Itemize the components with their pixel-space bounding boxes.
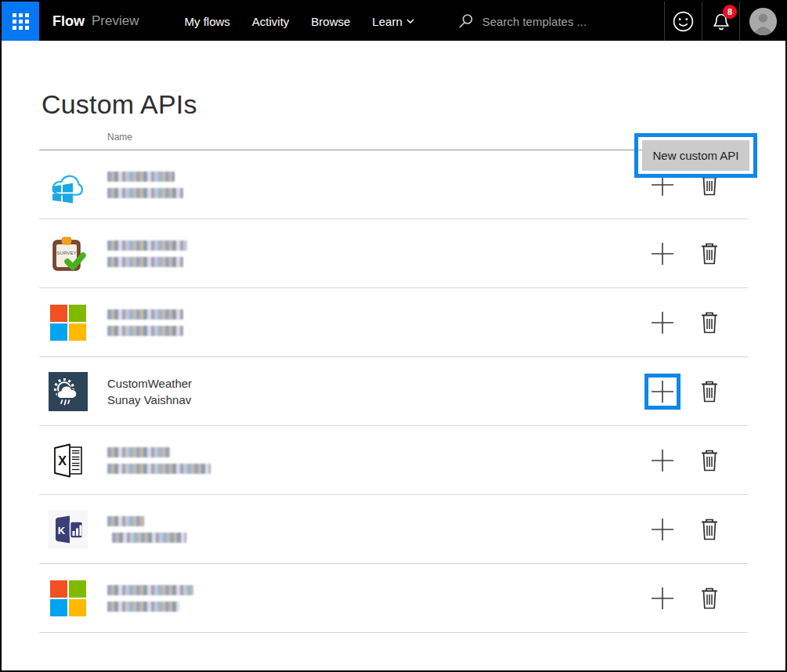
delete-api-button[interactable] [699, 449, 720, 472]
delete-api-button[interactable] [699, 242, 720, 266]
add-api-button[interactable] [651, 311, 674, 334]
delete-api-button[interactable] [699, 587, 720, 610]
survey-clipboard-icon: SURVEY [49, 234, 88, 273]
plus-icon [651, 518, 674, 541]
brand-preview-label: Preview [92, 13, 139, 29]
api-author-redacted [107, 188, 183, 198]
add-api-button[interactable] [651, 518, 674, 541]
svg-text:X: X [58, 454, 67, 468]
api-name-redacted [107, 172, 175, 182]
trash-icon [699, 449, 720, 472]
brand-name: Flow [52, 13, 85, 30]
add-wrap [644, 511, 681, 547]
nav-learn[interactable]: Learn [372, 15, 413, 28]
avatar-icon [749, 7, 778, 36]
row-actions [644, 511, 720, 547]
brand: Flow Preview [52, 2, 139, 41]
search-icon [458, 13, 474, 29]
app-window: Flow Preview My flows Activity Browse Le… [0, 0, 787, 672]
api-name-redacted [107, 516, 144, 526]
add-api-button[interactable] [651, 587, 674, 610]
azure-cloud-icon [49, 165, 88, 204]
custom-api-row: K [39, 495, 748, 564]
api-text [107, 240, 187, 267]
trash-icon [699, 587, 720, 610]
svg-text:SURVEY: SURVEY [56, 250, 76, 255]
api-author-redacted [107, 326, 183, 336]
feedback-smiley-button[interactable] [665, 2, 702, 41]
notification-badge: 8 [723, 5, 737, 19]
chevron-down-icon [406, 19, 414, 23]
plus-icon [651, 311, 674, 334]
microsoft-logo-icon [49, 303, 88, 342]
nav-activity[interactable]: Activity [252, 15, 290, 28]
custom-api-row [39, 288, 748, 357]
row-actions [644, 374, 720, 410]
topbar-icons: 8 [664, 2, 785, 41]
add-wrap [644, 443, 681, 479]
api-name-redacted [107, 585, 193, 595]
kusto-icon: K [49, 510, 88, 549]
smiley-icon [672, 10, 695, 33]
api-author-redacted [107, 464, 211, 474]
page-title: Custom APIs [42, 89, 785, 120]
svg-text:K: K [58, 524, 66, 536]
add-wrap [644, 580, 681, 616]
plus-icon [651, 449, 674, 472]
nav-browse[interactable]: Browse [311, 15, 350, 28]
row-actions [644, 443, 720, 479]
api-name: CustomWeather [107, 375, 192, 392]
custom-api-row: CustomWeatherSunay Vaishnav [39, 357, 748, 426]
template-search [458, 2, 664, 41]
custom-api-list: SURVEYCustomWeatherSunay VaishnavXK [39, 150, 748, 633]
add-api-button[interactable] [651, 242, 674, 266]
trash-icon [699, 380, 720, 403]
custom-api-row: X [39, 426, 748, 495]
api-author: Sunay Vaishnav [107, 392, 192, 408]
new-custom-api-button[interactable]: New custom API [642, 140, 749, 171]
main-content: Custom APIs New custom API Name SURVEYCu… [2, 89, 785, 633]
api-text [107, 309, 183, 336]
api-text [107, 516, 186, 543]
row-actions [644, 305, 720, 341]
api-text [107, 585, 193, 612]
api-text: CustomWeatherSunay Vaishnav [107, 375, 192, 408]
microsoft-logo-icon [49, 579, 88, 618]
trash-icon [699, 242, 720, 266]
plus-icon [651, 587, 674, 610]
add-wrap [644, 305, 681, 341]
nav-learn-label: Learn [372, 15, 402, 28]
api-name-redacted [107, 447, 170, 457]
notifications-button[interactable]: 8 [702, 2, 739, 41]
add-api-button[interactable] [651, 380, 674, 403]
delete-api-button[interactable] [699, 311, 720, 334]
nav-my-flows[interactable]: My flows [184, 15, 229, 28]
trash-icon [699, 518, 720, 541]
api-text [107, 172, 183, 198]
add-api-button[interactable] [651, 449, 674, 472]
topbar: Flow Preview My flows Activity Browse Le… [2, 2, 785, 41]
add-wrap [644, 236, 681, 272]
plus-icon [651, 380, 674, 403]
row-actions [644, 580, 720, 616]
delete-api-button[interactable] [699, 518, 720, 541]
highlight-annotation: New custom API [634, 133, 757, 178]
api-author-redacted [107, 257, 183, 267]
account-button[interactable] [740, 2, 785, 41]
top-nav: My flows Activity Browse Learn [184, 2, 413, 41]
api-author-redacted [112, 533, 186, 543]
api-author-redacted [107, 602, 179, 612]
custom-api-row [39, 564, 748, 633]
api-name-redacted [107, 309, 183, 320]
weather-icon [49, 372, 88, 411]
trash-icon [699, 311, 720, 334]
waffle-icon[interactable] [2, 2, 39, 41]
search-input[interactable] [482, 15, 662, 28]
custom-api-row: SURVEY [39, 219, 748, 288]
api-name-redacted [107, 240, 187, 251]
api-text [107, 447, 211, 474]
delete-api-button[interactable] [699, 380, 720, 403]
excel-icon: X [49, 441, 88, 480]
plus-icon [651, 242, 674, 266]
highlight-annotation [644, 374, 681, 410]
